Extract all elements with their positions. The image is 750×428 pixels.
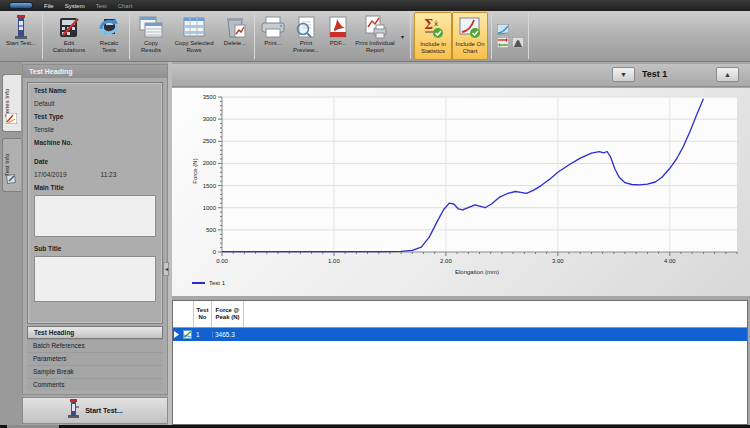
toolbar-label: Print... — [264, 40, 281, 47]
force-elongation-chart[interactable]: 05001000150020002500300035000.001.002.00… — [172, 88, 750, 296]
test-machine-icon — [13, 14, 29, 40]
print-individual-report-button[interactable]: Print Individual Report — [352, 12, 398, 60]
histogram-icon — [512, 37, 524, 48]
svg-text:3000: 3000 — [203, 116, 217, 122]
recalc-icon — [97, 14, 121, 40]
report-dropdown-arrow-icon[interactable]: ▾ — [398, 33, 407, 40]
row-marker-icon — [173, 330, 182, 339]
toolbar-label: Delete... — [224, 40, 246, 47]
section-parameters[interactable]: Parameters — [27, 352, 163, 365]
toolbar: Start Test... Edit Calculations Recalc T… — [0, 11, 750, 62]
svg-text:0: 0 — [213, 249, 217, 255]
svg-text:1.00: 1.00 — [328, 258, 340, 264]
x-axis-label: Elongation (mm) — [362, 269, 592, 275]
printer-icon — [260, 14, 286, 40]
delete-icon — [223, 14, 247, 40]
menu-file[interactable]: File — [44, 3, 54, 9]
chart-view-button[interactable] — [496, 24, 509, 36]
panel-title: Test Heading — [23, 65, 167, 78]
copy-rows-icon — [181, 14, 207, 40]
field-value-test-name[interactable]: Default — [34, 100, 156, 107]
toolbar-label: Print Preview... — [290, 40, 322, 54]
svg-text:x̄: x̄ — [434, 20, 438, 28]
tab-series-info[interactable]: Series Info — [2, 74, 21, 132]
delete-button[interactable]: Delete... — [219, 12, 251, 60]
main-title-input[interactable] — [34, 195, 156, 237]
field-label-date: Date — [34, 158, 156, 165]
field-value-test-type[interactable]: Tensile — [34, 126, 156, 133]
results-table: Test No Force @ Peak (N) 1 3465.3 — [172, 300, 748, 425]
chart-panel: 05001000150020002500300035000.001.002.00… — [172, 88, 750, 296]
icon-column-header — [182, 301, 194, 327]
print-preview-button[interactable]: Print Preview... — [288, 12, 324, 60]
print-button[interactable]: Print... — [258, 12, 288, 60]
toolbar-label: Include On Chart — [455, 41, 485, 55]
field-value-time: 11:23 — [101, 171, 117, 178]
include-in-statistics-toggle[interactable]: Σx̄ Include in Statistics — [414, 12, 452, 60]
menu-system[interactable]: System — [65, 3, 85, 9]
previous-test-button[interactable]: ▼ — [612, 67, 635, 82]
field-label-machine-no: Machine No. — [34, 139, 156, 146]
start-test-toolbar-button[interactable]: Start Test... — [3, 12, 39, 60]
start-test-label: Start Test... — [85, 407, 123, 414]
cell-test-no: 1 — [194, 331, 212, 338]
chart-legend: Test 1 — [192, 280, 225, 286]
results-table-header: Test No Force @ Peak (N) — [173, 301, 747, 328]
compare-chart-icon — [497, 37, 509, 48]
pdf-icon — [327, 14, 349, 40]
legend-line-swatch — [192, 282, 205, 284]
copy-results-icon — [138, 14, 164, 40]
test-machine-icon — [67, 399, 80, 422]
print-preview-icon — [294, 14, 318, 40]
series-info-icon — [6, 110, 17, 128]
next-test-button[interactable]: ▲ — [716, 67, 739, 82]
test-navigator-bar: ▼ Test 1 ▲ — [172, 64, 750, 87]
svg-text:1000: 1000 — [203, 205, 217, 211]
tab-test-info[interactable]: Test Info — [2, 138, 21, 192]
section-batch-references[interactable]: Batch References — [27, 339, 163, 352]
menu-chart[interactable]: Chart — [118, 3, 133, 9]
row-chart-icon[interactable] — [182, 330, 194, 339]
svg-text:3500: 3500 — [203, 94, 217, 100]
test-heading-fields: Test Name Default Test Type Tensile Mach… — [27, 82, 163, 324]
sub-title-input[interactable] — [34, 256, 156, 302]
test-heading-panel: Test Heading Test Name Default Test Type… — [22, 64, 168, 395]
start-test-button[interactable]: Start Test... — [22, 397, 168, 424]
collapse-panel-arrow-icon[interactable]: ◄ — [163, 262, 169, 276]
calculator-icon — [57, 14, 81, 40]
histogram-button[interactable] — [511, 37, 524, 49]
field-label-test-name: Test Name — [34, 87, 156, 94]
svg-text:2000: 2000 — [203, 160, 217, 166]
test-info-icon — [6, 170, 17, 188]
toolbar-label: PDF... — [330, 40, 346, 47]
toolbar-label: Start Test... — [6, 40, 36, 47]
result-row[interactable]: 1 3465.3 — [173, 328, 747, 341]
toolbar-label: Recalc Tests — [94, 40, 124, 54]
section-sample-break[interactable]: Sample Break — [27, 365, 163, 378]
svg-text:Σ: Σ — [424, 17, 433, 32]
menubar: File System Test Chart — [0, 0, 750, 11]
field-label-sub-title: Sub Title — [34, 245, 156, 252]
force-peak-column-header[interactable]: Force @ Peak (N) — [212, 301, 244, 327]
row-marker-column-header — [173, 301, 182, 327]
toolbar-label: Copy Selected Rows — [171, 40, 217, 54]
field-value-date: 17/04/2019 — [34, 171, 67, 178]
app-menu-button[interactable] — [9, 2, 33, 9]
pdf-button[interactable]: PDF... — [324, 12, 352, 60]
y-axis-label: Force (N) — [192, 151, 198, 191]
section-comments[interactable]: Comments — [27, 378, 163, 391]
copy-results-button[interactable]: Copy Results — [133, 12, 169, 60]
recalc-tests-button[interactable]: Recalc Tests — [92, 12, 126, 60]
section-test-heading[interactable]: Test Heading — [27, 326, 163, 339]
copy-selected-rows-button[interactable]: Copy Selected Rows — [169, 12, 219, 60]
include-on-chart-toggle[interactable]: Include On Chart — [452, 12, 488, 60]
print-report-icon — [362, 14, 388, 40]
svg-text:500: 500 — [206, 227, 217, 233]
application-window: File System Test Chart Start Test... Edi… — [0, 0, 750, 428]
edit-calculations-button[interactable]: Edit Calculations — [46, 12, 92, 60]
compare-charts-button[interactable] — [496, 37, 509, 49]
toolbar-label: Include in Statistics — [417, 41, 449, 55]
test-no-column-header[interactable]: Test No — [194, 301, 212, 327]
field-label-test-type: Test Type — [34, 113, 156, 120]
menu-test[interactable]: Test — [96, 3, 107, 9]
